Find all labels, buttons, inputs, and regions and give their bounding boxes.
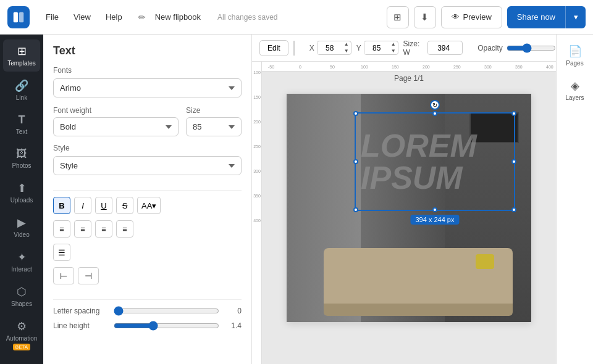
svg-text:0: 0: [299, 65, 301, 69]
ruler-svg-horizontal: -50 0 50 100 150 200 250 300 350 400 450…: [262, 62, 556, 72]
color-swatch[interactable]: [293, 41, 295, 56]
letter-spacing-item: Letter spacing 0: [53, 306, 242, 316]
letter-spacing-slider[interactable]: [114, 306, 219, 316]
lorem-line2: IPSUM: [361, 162, 509, 194]
logo[interactable]: [7, 6, 30, 28]
size-label: Size: [186, 106, 242, 115]
rotate-handle[interactable]: ↻: [430, 100, 440, 110]
project-title[interactable]: New flipbook: [151, 9, 205, 25]
photos-icon: 🖼: [16, 147, 27, 160]
position-x-up[interactable]: ▲: [342, 41, 351, 48]
special-btn-2[interactable]: ⊣: [78, 267, 99, 284]
templates-icon: ⊞: [17, 44, 27, 58]
video-label: Video: [14, 231, 29, 238]
font-weight-selector[interactable]: Bold Regular Light: [53, 117, 179, 136]
style-selector[interactable]: Style Normal Italic: [53, 156, 242, 175]
line-height-label: Line height: [53, 321, 109, 330]
line-height-slider[interactable]: [114, 321, 219, 331]
handle-bot-right[interactable]: [511, 207, 516, 212]
svg-text:200: 200: [253, 120, 261, 124]
video-icon: ▶: [17, 216, 26, 230]
sidebar-item-uploads[interactable]: ⬆ Uploads: [3, 176, 40, 209]
bold-button[interactable]: B: [53, 197, 70, 214]
opacity-group: Opacity: [477, 41, 556, 55]
preview-button[interactable]: 👁 Preview: [441, 6, 502, 28]
shapes-icon: ⬡: [17, 285, 27, 299]
right-panel-layers[interactable]: ◈ Layers: [559, 74, 591, 106]
handle-mid-left[interactable]: [353, 159, 358, 164]
sidebar-item-tables[interactable]: ⊞ Tables: [3, 358, 40, 364]
position-y-input[interactable]: [364, 42, 389, 54]
font-selector[interactable]: Arimo Arial Roboto: [53, 78, 242, 97]
handle-top-right[interactable]: [511, 111, 516, 116]
svg-text:150: 150: [392, 65, 399, 69]
menu-help[interactable]: Help: [99, 9, 128, 25]
share-dropdown-arrow[interactable]: ▾: [566, 6, 586, 28]
menu-file[interactable]: File: [40, 9, 65, 25]
position-x-label: X: [309, 44, 314, 52]
pencil-icon: ✏: [138, 12, 146, 22]
svg-text:100: 100: [253, 70, 261, 75]
style-section: Style Style Normal Italic: [53, 144, 242, 175]
eye-icon: 👁: [452, 12, 460, 22]
sidebar-item-text[interactable]: T Text: [3, 109, 40, 140]
align-justify-button[interactable]: ≡: [116, 220, 133, 238]
style-label: Style: [53, 144, 242, 152]
position-x-input-wrap: ▲ ▼: [317, 41, 351, 55]
svg-rect-10: [262, 62, 556, 72]
align-right-button[interactable]: ≡: [95, 220, 112, 238]
special-btn-1[interactable]: ⊢: [53, 267, 74, 284]
sidebar-item-automation[interactable]: ⚙ Automation BETA: [3, 315, 40, 355]
list-button[interactable]: ☰: [53, 244, 70, 261]
letter-spacing-value: 0: [224, 307, 242, 315]
handle-top-mid[interactable]: [432, 111, 437, 116]
download-button[interactable]: ⬇: [414, 6, 436, 28]
link-icon: 🔗: [15, 79, 28, 93]
strikethrough-button[interactable]: S: [116, 197, 133, 214]
right-panel-pages[interactable]: 📄 Pages: [559, 39, 591, 72]
canvas-area: Edit X ▲ ▼ Y ▲ ▼: [252, 35, 556, 364]
underline-button[interactable]: U: [95, 197, 112, 214]
size-input-wrap: ▲ ▼: [427, 41, 463, 55]
handle-bot-mid[interactable]: [432, 207, 437, 212]
edit-button[interactable]: Edit: [259, 40, 288, 56]
ruler-canvas-area: 100 150 200 250 300 350 400 -50 0 50: [252, 62, 556, 364]
position-y-up[interactable]: ▲: [389, 41, 398, 48]
sidebar-item-templates[interactable]: ⊞ Templates: [3, 39, 40, 72]
share-main[interactable]: Share now: [507, 6, 566, 28]
position-x-input[interactable]: [318, 42, 342, 54]
letter-spacing-label: Letter spacing: [53, 307, 109, 315]
align-center-button[interactable]: ≡: [74, 220, 91, 238]
position-x-down[interactable]: ▼: [342, 48, 351, 54]
handle-top-left[interactable]: [353, 111, 358, 116]
handle-bot-left[interactable]: [353, 207, 358, 212]
italic-button[interactable]: I: [74, 197, 91, 214]
size-input[interactable]: [428, 42, 459, 54]
text-element-selected[interactable]: ↻ LOREM IPSUM: [355, 112, 515, 211]
sidebar-item-link[interactable]: 🔗 Link: [3, 74, 40, 106]
aa-button[interactable]: AA▾: [137, 197, 161, 214]
customize-button[interactable]: ⊞: [387, 6, 409, 28]
size-selector[interactable]: 85 72 48 36: [186, 117, 242, 136]
automation-label: Automation: [6, 335, 38, 342]
menu-view[interactable]: View: [67, 9, 97, 25]
share-button[interactable]: Share now ▾: [507, 6, 586, 28]
svg-text:400: 400: [546, 65, 553, 69]
sidebar-item-video[interactable]: ▶ Video: [3, 211, 40, 243]
sidebar-item-shapes[interactable]: ⬡ Shapes: [3, 280, 40, 312]
align-left-button[interactable]: ≡: [53, 220, 70, 238]
sidebar-item-interact[interactable]: ✦ Interact: [3, 246, 40, 278]
handle-mid-right[interactable]: [511, 159, 516, 164]
opacity-slider[interactable]: [507, 43, 556, 53]
page-canvas[interactable]: ↻ LOREM IPSUM: [287, 94, 531, 322]
size-tooltip: 394 x 244 px: [411, 215, 460, 225]
size-up[interactable]: ▲: [459, 41, 463, 48]
position-x-arrows: ▲ ▼: [342, 41, 351, 54]
svg-text:100: 100: [361, 65, 368, 69]
sidebar-item-photos[interactable]: 🖼 Photos: [3, 143, 40, 174]
position-y-down[interactable]: ▼: [389, 48, 398, 54]
size-down[interactable]: ▼: [459, 48, 463, 54]
font-weight-label: Font weight: [53, 106, 179, 115]
opacity-label: Opacity: [477, 44, 503, 52]
page-label: Page 1/1: [394, 74, 424, 83]
